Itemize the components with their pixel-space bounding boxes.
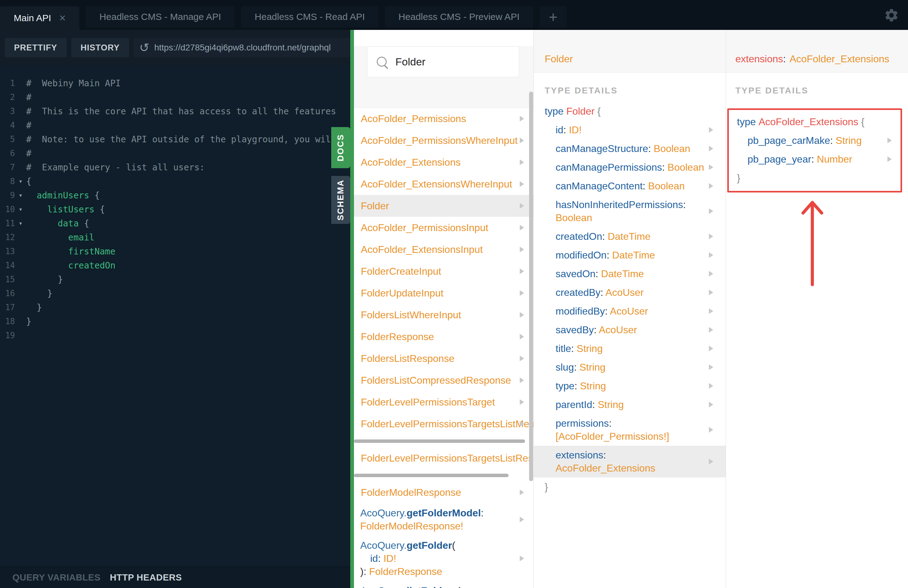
- docs-side-tab[interactable]: DOCS: [331, 127, 350, 168]
- type-name: Folder: [566, 106, 594, 117]
- field-name: id: [555, 124, 563, 135]
- field-row[interactable]: canManageStructure: Boolean: [534, 139, 726, 158]
- history-button[interactable]: HISTORY: [71, 38, 129, 57]
- field-row[interactable]: savedOn: DateTime: [534, 264, 726, 283]
- query-variables-tab[interactable]: QUERY VARIABLES: [13, 572, 101, 583]
- code-text: data {: [26, 217, 89, 230]
- list-item[interactable]: AcoFolder_Permissions: [354, 108, 533, 130]
- type-label: Folder: [361, 200, 389, 212]
- list-item[interactable]: AcoQuery.listFolders(where: FoldersListW…: [354, 581, 533, 588]
- horizontal-scrollbar[interactable]: [354, 474, 509, 477]
- fold-arrow-icon[interactable]: ▾: [15, 174, 26, 188]
- field-list: id: ID!canManageStructure: BooleancanMan…: [534, 120, 726, 477]
- list-item[interactable]: AcoFolder_PermissionsWhereInput: [354, 130, 533, 151]
- field-row[interactable]: slug: String: [534, 358, 726, 376]
- close-brace: }: [729, 169, 900, 187]
- fold-arrow-icon[interactable]: ▾: [15, 202, 26, 217]
- field-row[interactable]: type: String: [534, 376, 726, 395]
- field-row[interactable]: permissions: [AcoFolder_Permissions!]: [534, 414, 726, 446]
- field-name: slug: [555, 361, 574, 373]
- list-item[interactable]: FolderLevelPermissionsTargetsListRespons…: [354, 447, 533, 469]
- line-number: 8: [0, 174, 15, 188]
- bottom-bar: QUERY VARIABLES HTTP HEADERS: [0, 567, 350, 588]
- docs-search-box[interactable]: [367, 46, 519, 77]
- query-editor[interactable]: 1# Webiny Main API2#3# This is the core …: [0, 66, 350, 567]
- list-item[interactable]: FoldersListCompressedResponse: [354, 370, 533, 391]
- tab-headless-cms-manage-api[interactable]: Headless CMS - Manage API: [86, 6, 235, 27]
- field-name: savedBy: [555, 324, 594, 336]
- list-item[interactable]: AcoFolder_PermissionsInput: [354, 217, 533, 239]
- field-type: Boolean: [648, 180, 684, 191]
- field-row[interactable]: extensions: AcoFolder_Extensions: [534, 446, 726, 477]
- type-label: FoldersListResponse: [361, 353, 455, 365]
- line-number: 1: [0, 76, 15, 90]
- list-item[interactable]: FolderUpdateInput: [354, 282, 533, 304]
- field-type: String: [579, 361, 605, 373]
- field-row[interactable]: title: String: [534, 339, 726, 358]
- list-item[interactable]: FolderCreateInput: [354, 260, 533, 282]
- field-row[interactable]: modifiedOn: DateTime: [534, 246, 726, 264]
- fold-arrow-icon[interactable]: ▾: [15, 217, 26, 230]
- fold-gutter: [15, 230, 26, 244]
- line-number: 16: [0, 286, 15, 300]
- field-name: modifiedOn: [555, 249, 607, 261]
- list-item[interactable]: AcoQuery.getFolder(id: ID!): FolderRespo…: [354, 536, 533, 581]
- field-row[interactable]: canManageContent: Boolean: [534, 177, 726, 195]
- field-type: String: [836, 135, 862, 146]
- field-row[interactable]: modifiedBy: AcoUser: [534, 302, 726, 320]
- schema-side-tab[interactable]: SCHEMA: [331, 176, 350, 224]
- endpoint-url-bar[interactable]: ↺ https://d2785gi4qi6pw8.cloudfront.net/…: [134, 38, 350, 57]
- field-type: DateTime: [612, 249, 655, 261]
- list-item[interactable]: FolderLevelPermissionsTargetsListMeta: [354, 413, 533, 435]
- chevron-right-icon: [520, 421, 524, 427]
- horizontal-scrollbar[interactable]: [354, 439, 525, 443]
- field-row[interactable]: savedBy: AcoUser: [534, 320, 726, 339]
- fold-gutter: [15, 76, 26, 90]
- tab-headless-cms-read-api[interactable]: Headless CMS - Read API: [241, 6, 378, 27]
- settings-button[interactable]: [884, 8, 899, 23]
- type-label: AcoFolder_ExtensionsInput: [361, 244, 483, 255]
- close-icon[interactable]: ×: [59, 13, 66, 24]
- list-item[interactable]: FolderLevelPermissionsTarget: [354, 391, 533, 413]
- new-tab-button[interactable]: +: [539, 6, 567, 27]
- search-input[interactable]: [395, 55, 514, 68]
- tab-main-api[interactable]: Main API×: [0, 6, 79, 30]
- field-row[interactable]: createdBy: AcoUser: [534, 283, 726, 302]
- list-item[interactable]: FolderResponse: [354, 326, 533, 347]
- type-label: FolderResponse: [361, 331, 434, 342]
- line-number: 4: [0, 118, 15, 132]
- tab-headless-cms-preview-api[interactable]: Headless CMS - Preview API: [385, 6, 533, 27]
- code-line: 17 }: [0, 300, 350, 315]
- chevron-right-icon: [520, 312, 524, 318]
- field-row[interactable]: hasNonInheritedPermissions: Boolean: [534, 195, 726, 227]
- http-headers-tab[interactable]: HTTP HEADERS: [110, 572, 182, 583]
- prettify-button[interactable]: PRETTIFY: [5, 38, 67, 57]
- field-row[interactable]: createdOn: DateTime: [534, 227, 726, 246]
- list-item[interactable]: FoldersListWhereInput: [354, 304, 533, 326]
- field-row[interactable]: canManagePermissions: Boolean: [534, 158, 726, 177]
- code-text: email: [26, 230, 94, 244]
- list-item[interactable]: AcoFolder_ExtensionsInput: [354, 239, 533, 260]
- list-item[interactable]: FolderModelResponse: [354, 482, 533, 503]
- vertical-scrollbar[interactable]: [529, 92, 533, 481]
- field-row[interactable]: pb_page_carMake: String: [729, 131, 900, 150]
- list-item[interactable]: Folder: [354, 195, 533, 217]
- fold-gutter: [15, 259, 26, 273]
- type-label: FolderLevelPermissionsTargetsListMeta: [361, 418, 533, 430]
- field-row[interactable]: id: ID!: [534, 120, 726, 139]
- keyword: type: [737, 116, 756, 127]
- panel-divider[interactable]: [350, 30, 354, 588]
- field-row[interactable]: pb_page_year: Number: [729, 150, 900, 169]
- fold-gutter: [15, 273, 26, 286]
- tab-label: Headless CMS - Preview API: [399, 11, 520, 22]
- fold-arrow-icon[interactable]: ▾: [15, 188, 26, 202]
- field-row[interactable]: parentId: String: [534, 395, 726, 414]
- list-item[interactable]: FoldersListResponse: [354, 347, 533, 370]
- list-item[interactable]: AcoQuery.getFolderModel:FolderModelRespo…: [354, 503, 533, 536]
- list-item[interactable]: AcoFolder_Extensions: [354, 151, 533, 173]
- type-name: AcoFolder_Extensions: [758, 116, 858, 127]
- list-item[interactable]: AcoFolder_ExtensionsWhereInput: [354, 173, 533, 195]
- fold-gutter: [15, 146, 26, 161]
- type-label: FolderModelResponse: [361, 487, 461, 498]
- code-text: adminUsers {: [26, 188, 100, 202]
